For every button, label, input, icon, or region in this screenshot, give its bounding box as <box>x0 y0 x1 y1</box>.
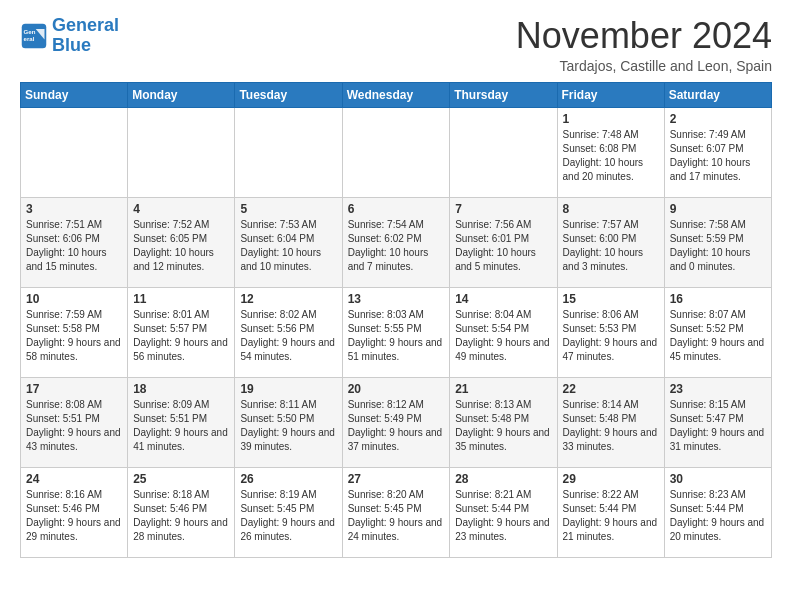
day-number: 5 <box>240 202 336 216</box>
location-subtitle: Tardajos, Castille and Leon, Spain <box>516 58 772 74</box>
day-cell: 28Sunrise: 8:21 AM Sunset: 5:44 PM Dayli… <box>450 467 557 557</box>
day-info: Sunrise: 8:18 AM Sunset: 5:46 PM Dayligh… <box>133 488 229 544</box>
day-number: 21 <box>455 382 551 396</box>
week-row-1: 1Sunrise: 7:48 AM Sunset: 6:08 PM Daylig… <box>21 107 772 197</box>
day-cell: 5Sunrise: 7:53 AM Sunset: 6:04 PM Daylig… <box>235 197 342 287</box>
title-area: November 2024 Tardajos, Castille and Leo… <box>516 16 772 74</box>
day-info: Sunrise: 7:59 AM Sunset: 5:58 PM Dayligh… <box>26 308 122 364</box>
day-info: Sunrise: 8:02 AM Sunset: 5:56 PM Dayligh… <box>240 308 336 364</box>
day-number: 25 <box>133 472 229 486</box>
day-info: Sunrise: 8:09 AM Sunset: 5:51 PM Dayligh… <box>133 398 229 454</box>
day-info: Sunrise: 7:52 AM Sunset: 6:05 PM Dayligh… <box>133 218 229 274</box>
day-info: Sunrise: 8:03 AM Sunset: 5:55 PM Dayligh… <box>348 308 445 364</box>
logo: Gen eral GeneralBlue <box>20 16 119 56</box>
day-info: Sunrise: 7:51 AM Sunset: 6:06 PM Dayligh… <box>26 218 122 274</box>
day-number: 9 <box>670 202 766 216</box>
day-number: 6 <box>348 202 445 216</box>
day-number: 27 <box>348 472 445 486</box>
month-title: November 2024 <box>516 16 772 56</box>
day-number: 8 <box>563 202 659 216</box>
day-info: Sunrise: 8:16 AM Sunset: 5:46 PM Dayligh… <box>26 488 122 544</box>
day-cell: 21Sunrise: 8:13 AM Sunset: 5:48 PM Dayli… <box>450 377 557 467</box>
header-thursday: Thursday <box>450 82 557 107</box>
calendar-body: 1Sunrise: 7:48 AM Sunset: 6:08 PM Daylig… <box>21 107 772 557</box>
day-cell: 7Sunrise: 7:56 AM Sunset: 6:01 PM Daylig… <box>450 197 557 287</box>
logo-icon: Gen eral <box>20 22 48 50</box>
page-header: Gen eral GeneralBlue November 2024 Tarda… <box>20 16 772 74</box>
day-info: Sunrise: 7:53 AM Sunset: 6:04 PM Dayligh… <box>240 218 336 274</box>
header-tuesday: Tuesday <box>235 82 342 107</box>
day-cell: 27Sunrise: 8:20 AM Sunset: 5:45 PM Dayli… <box>342 467 450 557</box>
day-cell: 15Sunrise: 8:06 AM Sunset: 5:53 PM Dayli… <box>557 287 664 377</box>
day-cell: 1Sunrise: 7:48 AM Sunset: 6:08 PM Daylig… <box>557 107 664 197</box>
header-saturday: Saturday <box>664 82 771 107</box>
day-number: 13 <box>348 292 445 306</box>
day-cell: 11Sunrise: 8:01 AM Sunset: 5:57 PM Dayli… <box>128 287 235 377</box>
day-cell: 14Sunrise: 8:04 AM Sunset: 5:54 PM Dayli… <box>450 287 557 377</box>
day-cell: 17Sunrise: 8:08 AM Sunset: 5:51 PM Dayli… <box>21 377 128 467</box>
calendar-header: SundayMondayTuesdayWednesdayThursdayFrid… <box>21 82 772 107</box>
week-row-3: 10Sunrise: 7:59 AM Sunset: 5:58 PM Dayli… <box>21 287 772 377</box>
day-number: 4 <box>133 202 229 216</box>
day-info: Sunrise: 8:12 AM Sunset: 5:49 PM Dayligh… <box>348 398 445 454</box>
day-number: 3 <box>26 202 122 216</box>
day-cell <box>21 107 128 197</box>
day-info: Sunrise: 8:07 AM Sunset: 5:52 PM Dayligh… <box>670 308 766 364</box>
day-cell <box>235 107 342 197</box>
day-number: 28 <box>455 472 551 486</box>
logo-text: GeneralBlue <box>52 16 119 56</box>
day-number: 19 <box>240 382 336 396</box>
header-row: SundayMondayTuesdayWednesdayThursdayFrid… <box>21 82 772 107</box>
day-number: 15 <box>563 292 659 306</box>
day-number: 18 <box>133 382 229 396</box>
day-info: Sunrise: 8:04 AM Sunset: 5:54 PM Dayligh… <box>455 308 551 364</box>
day-cell <box>128 107 235 197</box>
day-info: Sunrise: 7:57 AM Sunset: 6:00 PM Dayligh… <box>563 218 659 274</box>
day-number: 11 <box>133 292 229 306</box>
day-number: 22 <box>563 382 659 396</box>
day-number: 29 <box>563 472 659 486</box>
day-cell: 19Sunrise: 8:11 AM Sunset: 5:50 PM Dayli… <box>235 377 342 467</box>
day-info: Sunrise: 8:20 AM Sunset: 5:45 PM Dayligh… <box>348 488 445 544</box>
day-number: 12 <box>240 292 336 306</box>
day-number: 10 <box>26 292 122 306</box>
day-info: Sunrise: 7:54 AM Sunset: 6:02 PM Dayligh… <box>348 218 445 274</box>
header-sunday: Sunday <box>21 82 128 107</box>
day-cell: 24Sunrise: 8:16 AM Sunset: 5:46 PM Dayli… <box>21 467 128 557</box>
day-cell: 30Sunrise: 8:23 AM Sunset: 5:44 PM Dayli… <box>664 467 771 557</box>
day-cell <box>450 107 557 197</box>
week-row-5: 24Sunrise: 8:16 AM Sunset: 5:46 PM Dayli… <box>21 467 772 557</box>
day-number: 17 <box>26 382 122 396</box>
day-number: 24 <box>26 472 122 486</box>
day-cell: 18Sunrise: 8:09 AM Sunset: 5:51 PM Dayli… <box>128 377 235 467</box>
day-cell: 3Sunrise: 7:51 AM Sunset: 6:06 PM Daylig… <box>21 197 128 287</box>
day-number: 16 <box>670 292 766 306</box>
day-cell: 29Sunrise: 8:22 AM Sunset: 5:44 PM Dayli… <box>557 467 664 557</box>
day-cell: 20Sunrise: 8:12 AM Sunset: 5:49 PM Dayli… <box>342 377 450 467</box>
day-number: 1 <box>563 112 659 126</box>
day-number: 20 <box>348 382 445 396</box>
day-cell: 4Sunrise: 7:52 AM Sunset: 6:05 PM Daylig… <box>128 197 235 287</box>
week-row-2: 3Sunrise: 7:51 AM Sunset: 6:06 PM Daylig… <box>21 197 772 287</box>
week-row-4: 17Sunrise: 8:08 AM Sunset: 5:51 PM Dayli… <box>21 377 772 467</box>
day-info: Sunrise: 8:01 AM Sunset: 5:57 PM Dayligh… <box>133 308 229 364</box>
day-number: 7 <box>455 202 551 216</box>
day-info: Sunrise: 7:56 AM Sunset: 6:01 PM Dayligh… <box>455 218 551 274</box>
day-cell: 13Sunrise: 8:03 AM Sunset: 5:55 PM Dayli… <box>342 287 450 377</box>
header-friday: Friday <box>557 82 664 107</box>
day-cell: 8Sunrise: 7:57 AM Sunset: 6:00 PM Daylig… <box>557 197 664 287</box>
day-info: Sunrise: 8:21 AM Sunset: 5:44 PM Dayligh… <box>455 488 551 544</box>
day-cell: 6Sunrise: 7:54 AM Sunset: 6:02 PM Daylig… <box>342 197 450 287</box>
day-cell: 22Sunrise: 8:14 AM Sunset: 5:48 PM Dayli… <box>557 377 664 467</box>
day-info: Sunrise: 8:08 AM Sunset: 5:51 PM Dayligh… <box>26 398 122 454</box>
day-cell: 9Sunrise: 7:58 AM Sunset: 5:59 PM Daylig… <box>664 197 771 287</box>
day-cell: 16Sunrise: 8:07 AM Sunset: 5:52 PM Dayli… <box>664 287 771 377</box>
day-info: Sunrise: 8:22 AM Sunset: 5:44 PM Dayligh… <box>563 488 659 544</box>
day-info: Sunrise: 8:15 AM Sunset: 5:47 PM Dayligh… <box>670 398 766 454</box>
header-wednesday: Wednesday <box>342 82 450 107</box>
day-number: 30 <box>670 472 766 486</box>
day-info: Sunrise: 7:49 AM Sunset: 6:07 PM Dayligh… <box>670 128 766 184</box>
day-cell: 2Sunrise: 7:49 AM Sunset: 6:07 PM Daylig… <box>664 107 771 197</box>
day-info: Sunrise: 8:19 AM Sunset: 5:45 PM Dayligh… <box>240 488 336 544</box>
day-cell: 23Sunrise: 8:15 AM Sunset: 5:47 PM Dayli… <box>664 377 771 467</box>
